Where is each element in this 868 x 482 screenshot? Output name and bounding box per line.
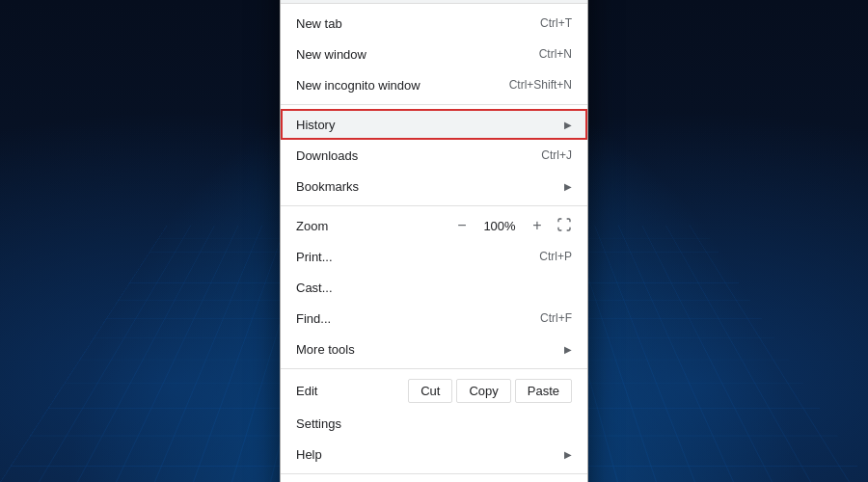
- exit-item[interactable]: Exit: [281, 478, 587, 482]
- chrome-window: − ❐ ✕ ☆ 🛡 1: [280, 0, 588, 482]
- new-tab-shortcut: Ctrl+T: [540, 16, 572, 30]
- bookmarks-item[interactable]: Bookmarks ▶: [281, 171, 587, 201]
- chrome-menu: New tab Ctrl+T New window Ctrl+N New inc…: [281, 4, 587, 482]
- downloads-label: Downloads: [296, 148, 526, 163]
- new-window-shortcut: Ctrl+N: [539, 47, 572, 61]
- find-label: Find...: [296, 311, 525, 326]
- zoom-row: Zoom − 100% +: [281, 210, 587, 241]
- find-shortcut: Ctrl+F: [540, 311, 572, 325]
- edit-label: Edit: [296, 384, 408, 398]
- help-label: Help: [296, 447, 556, 462]
- history-label: History: [296, 118, 556, 132]
- new-incognito-label: New incognito window: [296, 78, 494, 93]
- more-tools-item[interactable]: More tools ▶: [281, 334, 587, 364]
- divider-2: [281, 205, 587, 206]
- cut-button[interactable]: Cut: [408, 379, 452, 403]
- find-item[interactable]: Find... Ctrl+F: [281, 303, 587, 334]
- divider-4: [281, 473, 587, 474]
- settings-item[interactable]: Settings: [281, 408, 587, 439]
- new-incognito-item[interactable]: New incognito window Ctrl+Shift+N: [281, 69, 587, 100]
- zoom-value: 100%: [481, 219, 518, 233]
- help-item[interactable]: Help ▶: [281, 439, 587, 469]
- zoom-controls: − 100% +: [450, 214, 572, 237]
- bookmarks-arrow: ▶: [564, 181, 572, 192]
- downloads-shortcut: Ctrl+J: [541, 148, 572, 162]
- more-tools-arrow: ▶: [564, 344, 572, 355]
- cast-item[interactable]: Cast...: [281, 272, 587, 303]
- zoom-in-button[interactable]: +: [526, 214, 549, 237]
- zoom-label: Zoom: [296, 219, 450, 233]
- bookmarks-label: Bookmarks: [296, 179, 556, 194]
- edit-row: Edit Cut Copy Paste: [281, 373, 587, 408]
- paste-button[interactable]: Paste: [515, 379, 572, 403]
- new-incognito-shortcut: Ctrl+Shift+N: [509, 78, 572, 92]
- divider-1: [281, 104, 587, 105]
- new-tab-label: New tab: [296, 16, 525, 31]
- zoom-out-button[interactable]: −: [450, 214, 474, 237]
- print-label: Print...: [296, 250, 524, 264]
- more-tools-label: More tools: [296, 342, 556, 357]
- new-tab-item[interactable]: New tab Ctrl+T: [281, 8, 587, 39]
- settings-label: Settings: [296, 416, 572, 431]
- copy-button[interactable]: Copy: [456, 379, 510, 403]
- print-shortcut: Ctrl+P: [539, 250, 572, 263]
- new-window-label: New window: [296, 47, 524, 62]
- new-window-item[interactable]: New window Ctrl+N: [281, 39, 587, 69]
- edit-actions: Cut Copy Paste: [408, 379, 572, 403]
- history-arrow: ▶: [564, 120, 572, 130]
- divider-3: [281, 368, 587, 369]
- print-item[interactable]: Print... Ctrl+P: [281, 241, 587, 272]
- downloads-item[interactable]: Downloads Ctrl+J: [281, 140, 587, 171]
- help-arrow: ▶: [564, 449, 572, 460]
- cast-label: Cast...: [296, 281, 572, 295]
- fullscreen-button[interactable]: [556, 217, 572, 235]
- history-item[interactable]: History ▶: [281, 109, 587, 140]
